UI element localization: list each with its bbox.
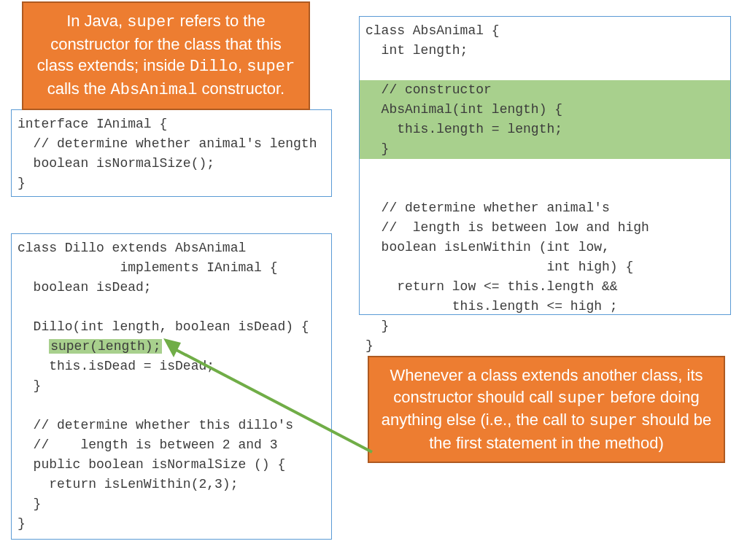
text: , bbox=[238, 56, 247, 74]
code-interface-ianimal: interface IAnimal { // determine whether… bbox=[11, 109, 332, 197]
code-line: return low <= this.length && bbox=[365, 279, 618, 294]
code-class-absanimal: class AbsAnimal { int length; // constru… bbox=[359, 16, 731, 315]
callout-super-rule: Whenever a class extends another class, … bbox=[368, 356, 725, 463]
code-token: super bbox=[247, 58, 295, 76]
code-line: this.isDead = isDead; bbox=[18, 359, 214, 373]
code-line: interface IAnimal { // determine whether… bbox=[18, 117, 317, 190]
code-line: } bbox=[365, 319, 389, 333]
code-line: public boolean isNormalSize () { bbox=[18, 457, 285, 472]
code-line: implements IAnimal { bbox=[18, 260, 277, 275]
code-line: boolean isDead; bbox=[18, 280, 152, 295]
code-line: AbsAnimal(int length) { bbox=[365, 102, 562, 117]
code-line: Dillo(int length, boolean isDead) { bbox=[18, 319, 309, 334]
highlight-super-call: super(length); bbox=[49, 339, 162, 354]
code-line: } bbox=[365, 141, 389, 156]
code-line: // length is between 2 and 3 bbox=[18, 438, 277, 452]
text: constructor. bbox=[197, 79, 285, 98]
code-line: int length; bbox=[365, 43, 468, 58]
code-line: return isLenWithin(2,3); bbox=[18, 477, 238, 491]
code-line: this.length = length; bbox=[365, 122, 562, 136]
code-line: this.length <= high ; bbox=[365, 299, 618, 314]
code-line: class AbsAnimal { bbox=[365, 23, 500, 38]
code-line: } bbox=[18, 516, 26, 531]
code-token: AbsAnimal bbox=[111, 81, 198, 99]
code-token: super bbox=[589, 412, 638, 430]
code-line: // constructor bbox=[365, 82, 492, 97]
code-line: class Dillo extends AbsAnimal bbox=[18, 241, 246, 255]
code-token: Dillo bbox=[190, 58, 238, 76]
code-line: // determine whether this dillo's bbox=[18, 418, 293, 432]
code-line bbox=[18, 339, 49, 354]
highlight-constructor-block: // constructor AbsAnimal(int length) { t… bbox=[360, 80, 730, 159]
code-line: // length is between low and high bbox=[365, 220, 649, 235]
text: In Java, bbox=[66, 12, 127, 30]
callout-super-explanation: In Java, super refers to the constructor… bbox=[22, 1, 310, 110]
code-line: } bbox=[365, 338, 374, 353]
code-line: // determine whether animal's bbox=[365, 201, 610, 215]
text: calls the bbox=[47, 79, 111, 98]
code-token: super bbox=[127, 13, 175, 31]
code-line: } bbox=[18, 378, 41, 393]
code-class-dillo: class Dillo extends AbsAnimal implements… bbox=[11, 233, 332, 540]
code-token: super bbox=[557, 389, 605, 408]
code-line: int high) { bbox=[365, 260, 633, 274]
code-line: } bbox=[18, 497, 41, 511]
code-line: boolean isLenWithin (int low, bbox=[365, 240, 610, 254]
